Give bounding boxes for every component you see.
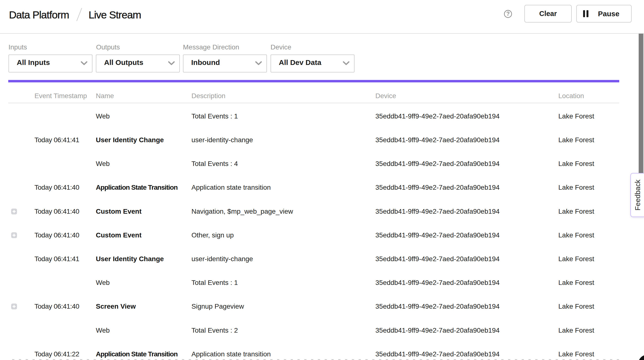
svg-text:?: ?	[506, 11, 510, 17]
